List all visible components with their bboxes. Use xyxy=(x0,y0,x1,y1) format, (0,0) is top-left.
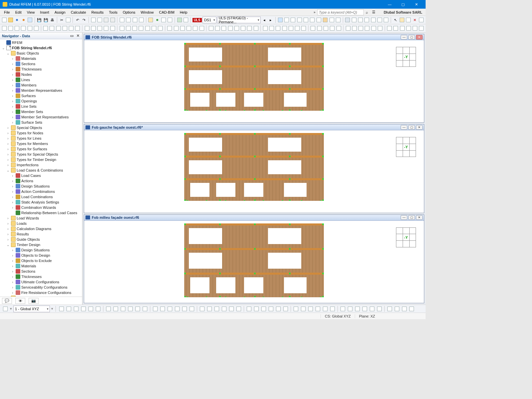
tool-icon[interactable] xyxy=(1,25,7,32)
tree-node[interactable]: ⌄Basic Objects xyxy=(1,51,82,56)
tool-icon[interactable] xyxy=(138,25,144,32)
view-tool-icon[interactable] xyxy=(377,17,382,23)
tool-icon[interactable] xyxy=(294,25,300,32)
menu-help[interactable]: Help xyxy=(177,9,190,15)
tool-icon[interactable] xyxy=(301,25,307,32)
bottom-tool-icon[interactable] xyxy=(315,306,321,312)
tool-icon[interactable] xyxy=(14,17,20,23)
bottom-tool-icon[interactable] xyxy=(322,306,329,312)
tree-node[interactable]: ›Serviceability Configurations xyxy=(1,285,82,290)
search-go-icon[interactable]: ⌕ xyxy=(364,9,370,16)
tool-icon[interactable] xyxy=(386,25,392,32)
tool-icon[interactable] xyxy=(345,25,351,32)
tree-node[interactable]: ›Combination Wizards xyxy=(1,205,82,210)
view-tool-icon[interactable] xyxy=(351,17,357,23)
bottom-tool-icon[interactable] xyxy=(206,306,213,312)
navigator-close-icon[interactable]: ✕ xyxy=(75,34,80,38)
tree-node[interactable]: ›Surfaces xyxy=(1,93,82,98)
bottom-tool-icon[interactable] xyxy=(329,306,336,312)
tree-node[interactable]: ›Thicknesses xyxy=(1,274,82,279)
bottom-tool-icon[interactable] xyxy=(228,306,235,312)
tool-icon[interactable] xyxy=(208,25,214,32)
bottom-tool-icon[interactable] xyxy=(401,306,408,312)
doc-maximize-button[interactable]: ▢ xyxy=(408,215,415,220)
tool-icon[interactable] xyxy=(154,17,160,23)
tool-icon[interactable] xyxy=(103,25,109,32)
tree-node[interactable]: ›Surface Sets xyxy=(1,120,82,125)
tool-icon[interactable] xyxy=(148,17,154,23)
window-close-button[interactable]: ✕ xyxy=(410,0,423,9)
menu-view[interactable]: View xyxy=(24,9,38,15)
navigator-comments-icon[interactable]: 💬 xyxy=(2,298,12,304)
doc-minimize-button[interactable]: — xyxy=(401,215,407,220)
tool-icon[interactable] xyxy=(186,25,192,32)
bottom-tool-icon[interactable] xyxy=(174,306,181,312)
bottom-tool-icon[interactable] xyxy=(152,306,159,312)
tool-icon[interactable] xyxy=(27,17,33,23)
keyword-search-input[interactable] xyxy=(317,9,364,15)
view-tool-icon[interactable] xyxy=(370,17,376,23)
tree-node[interactable]: ›Members xyxy=(1,82,82,88)
tool-icon[interactable] xyxy=(240,25,246,32)
tree-node[interactable]: ›Nodes xyxy=(1,72,82,77)
window-maximize-button[interactable]: ▢ xyxy=(396,0,410,9)
doc-minimize-button[interactable]: — xyxy=(401,125,407,130)
doc-maximize-button[interactable]: ▢ xyxy=(408,35,415,40)
tree-node[interactable]: RFEM xyxy=(1,40,82,45)
tree-node[interactable]: ⌄Timber Design xyxy=(1,242,82,247)
tool-icon[interactable] xyxy=(377,25,383,32)
tool-icon[interactable] xyxy=(138,17,144,23)
bottom-tool-icon[interactable] xyxy=(235,306,242,312)
bottom-tool-icon[interactable] xyxy=(73,306,79,312)
menu-edit[interactable]: Edit xyxy=(13,9,24,15)
results-tool-icon[interactable] xyxy=(290,17,296,23)
tree-node[interactable]: Relationship Between Load Cases xyxy=(1,210,82,215)
menu-results[interactable]: Results xyxy=(89,9,106,15)
results-tool-icon[interactable] xyxy=(310,17,315,23)
tool-icon[interactable] xyxy=(132,17,138,23)
next-icon[interactable]: ▸ xyxy=(268,17,274,23)
view-tool-icon[interactable] xyxy=(383,17,389,23)
bottom-tool-icon[interactable] xyxy=(282,306,289,312)
menu-options[interactable]: Options xyxy=(120,9,138,15)
tool-icon[interactable] xyxy=(49,25,55,32)
tool-icon[interactable] xyxy=(161,17,166,23)
cut-icon[interactable]: ✂ xyxy=(59,17,65,23)
tool-icon[interactable] xyxy=(97,17,102,23)
tree-node[interactable]: ›Static Analysis Settings xyxy=(1,200,82,205)
bottom-tool-icon[interactable] xyxy=(268,306,274,312)
tool-icon[interactable] xyxy=(84,25,90,32)
tree-node[interactable]: ›Design Situations xyxy=(1,247,82,253)
undo-icon[interactable]: ↶ xyxy=(74,17,80,23)
results-tool-icon[interactable] xyxy=(277,17,283,23)
tree-node[interactable]: ›Sections xyxy=(1,269,82,274)
tree-node[interactable]: ›Loads xyxy=(1,221,82,226)
results-tool-icon[interactable] xyxy=(323,17,328,23)
tool-icon[interactable] xyxy=(406,25,411,32)
tool-icon[interactable] xyxy=(193,25,198,32)
bottom-tool-icon[interactable] xyxy=(260,306,267,312)
ds-combo[interactable]: DS1 xyxy=(202,17,216,23)
tool-icon[interactable] xyxy=(21,25,26,32)
tool-icon[interactable] xyxy=(317,25,322,32)
tree-node[interactable]: ›Objects to Design xyxy=(1,253,82,258)
tree-node[interactable]: ›Action Combinations xyxy=(1,189,82,194)
results-tool-icon[interactable] xyxy=(303,17,309,23)
tree-node[interactable]: ⌄FOB Stiring Wendel.rf6 xyxy=(1,45,82,51)
tool-icon[interactable] xyxy=(151,25,157,32)
tool-icon[interactable] xyxy=(167,25,173,32)
delete-icon[interactable]: ✕ xyxy=(412,17,418,23)
new-icon[interactable] xyxy=(1,17,7,23)
tool-icon[interactable] xyxy=(418,17,424,23)
tool-icon[interactable] xyxy=(65,17,71,23)
tree-node[interactable]: ›Fire Resistance Configurations xyxy=(1,290,82,295)
tree-node[interactable]: ›Objects to Exclude xyxy=(1,258,82,263)
tool-icon[interactable] xyxy=(247,25,252,32)
select-tool-icon[interactable]: ↖ xyxy=(393,17,398,23)
tool-icon[interactable] xyxy=(68,25,74,32)
document-canvas[interactable]: -Y xyxy=(84,40,424,122)
bottom-tool-icon[interactable] xyxy=(361,306,368,312)
bottom-tool-icon[interactable] xyxy=(386,306,393,312)
tool-icon[interactable] xyxy=(33,25,39,32)
tool-icon[interactable] xyxy=(180,25,185,32)
